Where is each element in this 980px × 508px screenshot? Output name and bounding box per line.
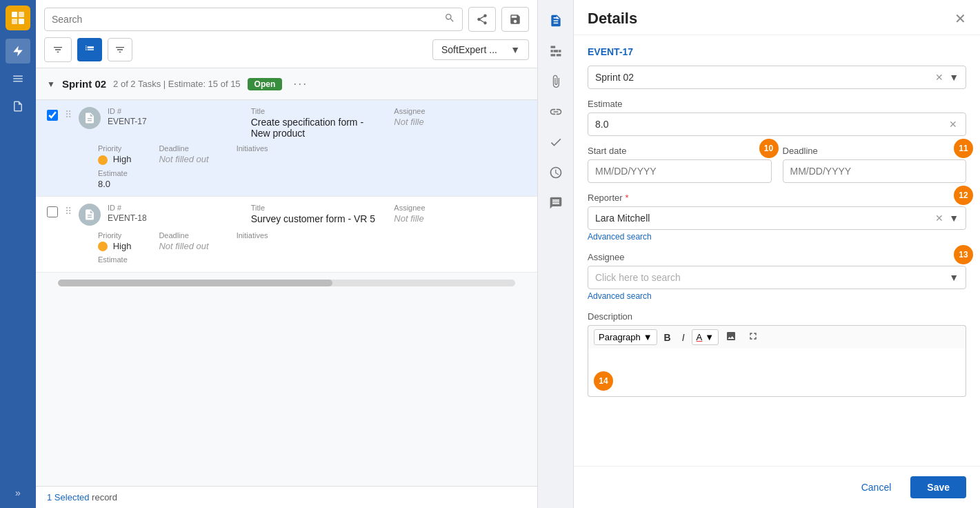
cancel-button[interactable]: Cancel — [850, 476, 903, 498]
task-drag-handle[interactable]: ⠿ — [65, 109, 72, 120]
sprint-area: ▼ Sprint 02 2 of 2 Tasks | Estimate: 15 … — [36, 68, 537, 486]
share-button[interactable] — [468, 7, 496, 32]
start-date-input[interactable] — [588, 159, 772, 183]
app-logo[interactable] — [6, 6, 30, 30]
table-row: ⠿ ID # EVENT-17 Title Create specific — [36, 100, 537, 197]
deadline-field[interactable] — [790, 166, 959, 177]
expand-button[interactable] — [743, 329, 763, 346]
toolbar: SoftExpert ... ▼ — [36, 0, 537, 68]
panel-icon-chat[interactable] — [543, 190, 568, 215]
details-title: Details — [588, 10, 637, 28]
sprint-dropdown-icon[interactable]: ▼ — [949, 72, 959, 83]
task-initiatives-field: Initiatives — [237, 144, 268, 165]
sprint-status-badge[interactable]: Open — [248, 78, 283, 90]
horizontal-scroll-area — [36, 273, 537, 293]
italic-button[interactable]: I — [678, 330, 689, 345]
task-meta-row: Priority High Deadline Not filled out In… — [47, 231, 526, 252]
sidebar-item-document[interactable] — [6, 94, 30, 119]
task-meta-row: Priority High Deadline Not filled out In… — [47, 144, 526, 165]
horizontal-scrollbar-thumb[interactable] — [58, 280, 332, 286]
estimate-field-group: Estimate 8.0 ✕ — [588, 99, 966, 136]
panel-icon-details[interactable] — [543, 8, 568, 33]
save-button[interactable] — [501, 7, 529, 32]
sprint-field-group: Sprint 02 ✕ ▼ — [588, 66, 966, 89]
task-type-icon — [79, 107, 101, 129]
start-date-field-group: Start date 10 — [588, 146, 772, 183]
task-checkbox-event17[interactable] — [47, 110, 58, 121]
task-assignee-field: Assignee Not fille — [394, 204, 526, 224]
reporter-clear-icon[interactable]: ✕ — [934, 213, 945, 224]
deadline-input[interactable] — [783, 159, 967, 183]
panel-icon-check[interactable] — [543, 130, 568, 155]
save-button[interactable]: Save — [910, 476, 966, 498]
paragraph-chevron-icon: ▼ — [643, 332, 652, 342]
task-initiatives-field: Initiatives — [237, 231, 268, 252]
start-date-label: Start date — [588, 146, 772, 156]
reporter-advanced-search[interactable]: Advanced search — [588, 232, 652, 242]
task-type-icon — [79, 204, 101, 226]
deadline-field-group: Deadline 11 — [783, 146, 967, 183]
step-badge-10: 10 — [759, 139, 779, 158]
description-field-group: Description Paragraph ▼ B I A ▼ — [588, 311, 966, 397]
panel-icon-link[interactable] — [543, 99, 568, 124]
assignee-placeholder: Click here to search — [595, 272, 681, 283]
task-priority-field: Priority High — [98, 144, 131, 165]
text-color-select[interactable]: A ▼ — [692, 329, 719, 345]
panel-icon-hierarchy[interactable] — [543, 39, 568, 63]
description-input[interactable]: 14 — [588, 349, 966, 397]
text-color-chevron-icon: ▼ — [705, 332, 714, 342]
task-id-field: ID # EVENT-17 — [108, 107, 240, 139]
step-badge-11: 11 — [954, 139, 973, 158]
assignee-dropdown[interactable]: Click here to search ▼ — [588, 266, 966, 289]
filter-button[interactable] — [108, 38, 132, 61]
search-submit-icon[interactable] — [444, 12, 455, 26]
estimate-field[interactable]: 8.0 ✕ — [588, 113, 966, 136]
panel-icon-attachment[interactable] — [543, 69, 568, 94]
image-button[interactable] — [721, 329, 741, 346]
priority-high-dot — [98, 155, 108, 165]
project-dropdown[interactable]: SoftExpert ... ▼ — [432, 39, 529, 60]
sprint-clear-icon[interactable]: ✕ — [934, 72, 945, 83]
reporter-dropdown-icon[interactable]: ▼ — [949, 213, 959, 224]
bold-button[interactable]: B — [660, 330, 675, 345]
description-label: Description — [588, 311, 966, 322]
task-fields: ID # EVENT-17 Title Create specification… — [108, 107, 526, 139]
sprint-more-button[interactable]: ··· — [293, 77, 308, 91]
reporter-required-mark: * — [626, 193, 629, 203]
search-input[interactable] — [52, 14, 444, 25]
task-drag-handle[interactable]: ⠿ — [65, 206, 72, 217]
list-view-button[interactable] — [77, 38, 102, 61]
assignee-dropdown-icon[interactable]: ▼ — [949, 272, 959, 283]
horizontal-scrollbar[interactable] — [58, 280, 515, 286]
left-sidebar: » — [0, 0, 36, 508]
step-badge-13: 13 — [954, 245, 973, 264]
sidebar-item-lines[interactable] — [6, 66, 30, 91]
reporter-dropdown[interactable]: Lara Mitchell ✕ ▼ — [588, 206, 966, 230]
estimate-clear-icon[interactable]: ✕ — [948, 119, 959, 130]
reporter-label: Reporter * — [588, 193, 966, 203]
filter-clear-button[interactable] — [44, 37, 72, 62]
task-estimate-field: Estimate 8.0 — [47, 169, 526, 189]
sprint-title: Sprint 02 — [62, 78, 106, 90]
start-date-field[interactable] — [595, 166, 764, 177]
details-body: EVENT-17 Sprint 02 ✕ ▼ Estimate 8.0 ✕ St… — [574, 35, 980, 466]
sidebar-expand-btn[interactable]: » — [6, 483, 30, 502]
sidebar-item-lightning[interactable] — [6, 39, 30, 63]
reporter-field-group: Reporter * Lara Mitchell ✕ ▼ 12 Advanced… — [588, 193, 966, 242]
close-button[interactable]: ✕ — [954, 10, 966, 27]
toolbar-top-row — [44, 7, 529, 32]
assignee-label: Assignee — [588, 252, 966, 262]
date-fields-row: Start date 10 Deadline 11 — [588, 146, 966, 193]
svg-rect-1 — [19, 12, 24, 17]
estimate-value: 8.0 — [595, 119, 608, 130]
step-badge-14: 14 — [594, 371, 613, 391]
search-box[interactable] — [44, 8, 463, 31]
task-checkbox-event18[interactable] — [47, 206, 58, 217]
paragraph-select[interactable]: Paragraph ▼ — [594, 329, 657, 345]
panel-icon-clock[interactable] — [543, 160, 568, 185]
assignee-advanced-search[interactable]: Advanced search — [588, 291, 652, 301]
sprint-collapse-icon[interactable]: ▼ — [47, 79, 55, 89]
sprint-dropdown[interactable]: Sprint 02 ✕ ▼ — [588, 66, 966, 89]
estimate-label: Estimate — [588, 99, 966, 109]
task-id-field: ID # EVENT-18 — [108, 204, 240, 224]
